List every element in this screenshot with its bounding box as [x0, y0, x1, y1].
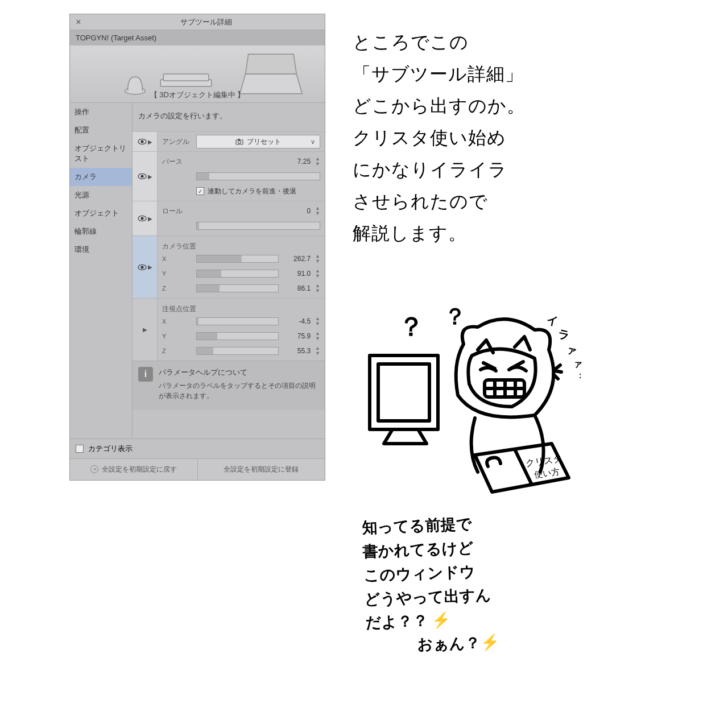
axis-label: X	[162, 318, 193, 325]
stepper-icon[interactable]: ▲▼	[315, 346, 320, 356]
preset-button[interactable]: プリセット ∨	[196, 135, 320, 148]
camera-x-value[interactable]: 262.7	[282, 255, 311, 263]
stepper-icon[interactable]: ▲▼	[315, 316, 320, 326]
axis-label: Y	[162, 333, 193, 340]
eye-icon	[138, 173, 147, 180]
save-settings-button[interactable]: 全設定を初期設定に登録	[198, 459, 325, 480]
link-checkbox[interactable]: ✓	[196, 187, 204, 195]
stepper-icon[interactable]: ▲▼	[315, 268, 320, 279]
svg-point-11	[140, 217, 143, 220]
svg-text:？: ？	[444, 304, 466, 329]
camera-pos-title: カメラ位置	[162, 238, 320, 251]
expand-icon: ▶	[148, 139, 152, 145]
camera-y-slider[interactable]	[196, 270, 279, 278]
visibility-toggle[interactable]: ▶	[133, 201, 158, 235]
svg-text:ラ: ラ	[557, 327, 570, 342]
svg-point-6	[238, 141, 241, 144]
svg-rect-7	[238, 139, 240, 140]
asset-title: TOPGYN! (Target Asset)	[70, 30, 325, 46]
gaze-z-slider[interactable]	[196, 347, 279, 355]
stepper-icon[interactable]: ▲▼	[315, 254, 320, 264]
visibility-toggle[interactable]: ▶	[133, 132, 158, 151]
chevron-down-icon: ∨	[311, 138, 315, 146]
category-row: カテゴリ表示	[70, 439, 325, 458]
preview-caption: 【 3Dオブジェクト編集中 】	[70, 90, 325, 100]
svg-text:クリスタ: クリスタ	[525, 453, 562, 468]
category-checkbox[interactable]	[76, 445, 84, 453]
axis-label: Z	[162, 285, 193, 292]
roll-label: ロール	[162, 206, 193, 216]
preview-image: 【 3Dオブジェクト編集中 】	[70, 46, 325, 102]
sidebar-item[interactable]: オブジェクト	[70, 204, 132, 222]
svg-text:イ: イ	[545, 313, 559, 328]
preset-label: プリセット	[247, 137, 281, 147]
gaze-z-value[interactable]: 55.3	[282, 347, 311, 355]
close-icon[interactable]: ×	[70, 17, 87, 27]
svg-rect-2	[163, 74, 209, 81]
expand-icon: ▶	[148, 173, 152, 180]
camera-y-value[interactable]: 91.0	[282, 270, 311, 278]
visibility-toggle[interactable]: ▶	[133, 236, 158, 298]
axis-label: X	[162, 255, 193, 262]
svg-text::: :	[579, 371, 582, 380]
sidebar-item[interactable]: 光源	[70, 186, 132, 204]
camera-z-slider[interactable]	[196, 284, 279, 292]
sidebar-item[interactable]: オブジェクトリスト	[70, 139, 132, 168]
perspective-value[interactable]: 7.25	[282, 158, 311, 166]
sidebar-item[interactable]: 配置	[70, 121, 132, 139]
roll-value[interactable]: 0	[282, 207, 311, 215]
eye-icon	[138, 264, 147, 271]
gaze-x-slider[interactable]	[196, 317, 279, 325]
gaze-x-value[interactable]: -4.5	[282, 317, 311, 325]
svg-rect-22	[378, 364, 429, 421]
camera-icon	[235, 138, 243, 145]
category-label: カテゴリ表示	[88, 444, 133, 454]
axis-label: Z	[162, 348, 193, 354]
svg-point-4	[140, 140, 143, 143]
sidebar: 操作配置オブジェクトリストカメラ光源オブジェクト輪郭線環境	[70, 103, 133, 439]
info-box: i パラメータヘルプについて パラメータのラベルをタップするとその項目の説明が表…	[133, 361, 325, 410]
stepper-icon[interactable]: ▲▼	[315, 206, 320, 216]
info-title: パラメータヘルプについて	[159, 367, 319, 378]
sidebar-item[interactable]: 輪郭線	[70, 222, 132, 241]
stepper-icon[interactable]: ▲▼	[315, 156, 320, 167]
handwritten-note: 知ってる前提で書かれてるけどこのウィンドウどうやって出すんだよ？？ ⚡おぁん？⚡	[362, 507, 617, 659]
stepper-icon[interactable]: ▲▼	[315, 331, 320, 341]
gaze-y-value[interactable]: 75.9	[282, 332, 311, 340]
visibility-toggle[interactable]: ▶	[133, 299, 158, 361]
svg-point-13	[140, 266, 143, 268]
sidebar-item[interactable]: カメラ	[70, 168, 132, 186]
gaze-y-slider[interactable]	[196, 332, 279, 340]
info-icon: i	[138, 367, 153, 382]
svg-text:使い方: 使い方	[533, 466, 560, 479]
roll-slider[interactable]	[196, 222, 320, 230]
eye-icon	[138, 138, 147, 145]
content-description: カメラの設定を行います。	[133, 103, 325, 131]
gaze-pos-title: 注視点位置	[162, 301, 320, 314]
sidebar-item[interactable]: 操作	[70, 103, 132, 121]
info-body: パラメータのラベルをタップするとその項目の説明が表示されます。	[159, 380, 319, 401]
angle-label: アングル	[162, 137, 193, 147]
svg-text:ァ: ァ	[565, 344, 578, 357]
visibility-toggle[interactable]: ▶	[133, 152, 158, 201]
reset-settings-button[interactable]: 全設定を初期設定に戻す	[70, 459, 198, 480]
content-area: カメラの設定を行います。 ▶ アングル プリセット ∨	[133, 103, 325, 439]
footer-buttons: 全設定を初期設定に戻す 全設定を初期設定に登録	[70, 458, 325, 480]
eye-icon	[138, 215, 147, 222]
link-checkbox-label: 連動してカメラを前進・後退	[208, 187, 296, 196]
commentary-text: ところでこの「サブツール詳細」どこから出すのか。クリスタ使い始めにかなりイライラ…	[353, 26, 671, 249]
panel-title: サブツール詳細	[87, 17, 325, 27]
expand-icon: ▶	[148, 264, 152, 270]
axis-label: Y	[162, 270, 193, 277]
svg-point-9	[140, 175, 143, 178]
svg-text:ァ: ァ	[573, 359, 582, 369]
perspective-slider[interactable]	[196, 172, 320, 180]
camera-z-value[interactable]: 86.1	[282, 284, 311, 292]
panel-titlebar: × サブツール詳細	[70, 14, 325, 30]
camera-x-slider[interactable]	[196, 255, 279, 263]
cat-doodle: ？ ？ イ ラ ァ ァ : クリスタ	[364, 301, 614, 506]
stepper-icon[interactable]: ▲▼	[315, 283, 320, 293]
expand-icon: ▶	[148, 216, 152, 222]
sidebar-item[interactable]: 環境	[70, 241, 132, 259]
subtool-detail-panel: × サブツール詳細 TOPGYN! (Target Asset) 【 3Dオブジ…	[69, 14, 325, 481]
